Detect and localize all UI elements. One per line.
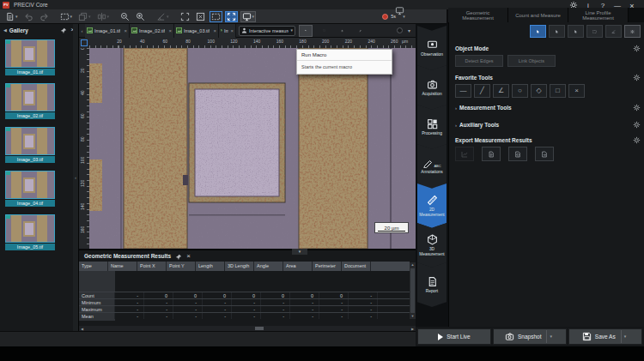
results-vertical-scrollbar[interactable]: ▲ ▼	[410, 262, 416, 319]
zoom-out-button[interactable]	[118, 11, 131, 22]
chevron-right-icon[interactable]: ›	[455, 123, 457, 128]
panel-tab[interactable]: Geometric Measurement	[448, 8, 508, 22]
measurement-mode-combo[interactable]: Interactive measure... ▾	[239, 26, 295, 36]
redo-button[interactable]	[38, 11, 51, 22]
column-header[interactable]: Point Y	[167, 262, 196, 271]
run-macro-button[interactable]	[336, 25, 349, 36]
refresh-export-button[interactable]	[508, 147, 527, 161]
nav-3d-measurement[interactable]: 3D Measurement	[417, 223, 447, 268]
record-indicator-icon[interactable]	[397, 27, 403, 33]
column-header[interactable]: Name	[108, 262, 137, 271]
gear-icon[interactable]	[633, 74, 641, 81]
move-objects-button[interactable]: ▾	[76, 11, 93, 22]
select-region-icon[interactable]	[586, 25, 603, 38]
chevron-down-icon[interactable]: ▾	[70, 15, 73, 19]
close-tab-icon[interactable]: ×	[124, 28, 127, 33]
nav-report[interactable]: Report	[417, 262, 447, 307]
favorite-tool-button[interactable]: ○	[512, 84, 528, 98]
scrollbar-thumb[interactable]	[255, 327, 264, 330]
results-collapse-button[interactable]: ▾	[292, 249, 307, 255]
gallery-thumbnail[interactable]: Image_03.tif	[5, 127, 74, 163]
select-add-icon[interactable]	[549, 25, 565, 38]
image-viewport[interactable]: 20 µm	[89, 48, 416, 249]
export-file-button[interactable]	[482, 147, 501, 161]
select-edit-icon[interactable]	[568, 25, 584, 38]
chevron-down-icon[interactable]: ▾	[107, 15, 110, 19]
fit-to-screen-button[interactable]	[194, 11, 207, 22]
chevron-right-icon[interactable]: ›	[455, 105, 457, 111]
edit-points-icon[interactable]	[605, 25, 622, 38]
link-objects-button[interactable]: Link Objects	[507, 55, 556, 67]
favorite-tool-button[interactable]: ╱	[474, 84, 490, 98]
gallery-thumbnail[interactable]: Image_01.tif	[5, 39, 74, 75]
gallery-thumbnail[interactable]: Image_04.tif	[5, 171, 74, 207]
gallery-splitter[interactable]: ‹	[73, 24, 78, 331]
chevron-down-icon[interactable]: ▾	[167, 15, 169, 19]
close-tab-icon[interactable]: ×	[213, 28, 216, 33]
select-arrow-icon[interactable]	[530, 25, 546, 38]
zoom-in-button[interactable]	[134, 11, 147, 22]
column-header[interactable]: Angle	[254, 262, 283, 271]
select-region-button[interactable]: ▾	[58, 11, 75, 22]
column-header[interactable]: Perimeter	[313, 262, 342, 271]
measure-line-button[interactable]: ▾	[155, 11, 171, 22]
save-as-dropdown[interactable]: ▾	[621, 330, 629, 343]
document-tab[interactable]: Image... ×	[219, 24, 236, 38]
nav-processing[interactable]: Processing	[417, 105, 447, 149]
column-header[interactable]: Point X	[137, 262, 167, 271]
close-tab-icon[interactable]: ×	[230, 28, 234, 33]
detect-edges-button[interactable]: Detect Edges	[455, 55, 503, 67]
favorite-tool-button[interactable]: □	[550, 84, 566, 98]
report-button[interactable]: ▾	[3, 11, 20, 22]
gear-icon[interactable]	[633, 136, 641, 144]
document-tab[interactable]: Image_02.tif ×	[130, 24, 174, 38]
interactive-pointer-button[interactable]	[299, 25, 313, 37]
favorite-tool-button[interactable]: ◇	[531, 84, 547, 98]
favorite-tool-button[interactable]: ∠	[493, 84, 509, 98]
digital-zoom-button[interactable]	[210, 11, 222, 22]
actual-size-button[interactable]	[179, 11, 191, 22]
notification-monitor-icon[interactable]	[395, 3, 404, 19]
chevron-down-icon[interactable]: ▾	[252, 15, 255, 19]
column-header[interactable]: Document	[342, 262, 371, 271]
rotate-flip-button[interactable]: ▾	[95, 11, 112, 22]
gallery-thumbnail[interactable]: Image_05.tif	[5, 214, 74, 250]
chevron-down-icon[interactable]: ▾	[15, 15, 18, 19]
snapshot-button[interactable]: Snapshot ▾	[493, 328, 567, 345]
panel-tab[interactable]: Line Profile Measurement	[568, 8, 629, 22]
gallery-collapse-icon[interactable]: ◀	[3, 27, 7, 33]
column-header[interactable]: Length	[196, 262, 225, 271]
column-header[interactable]: Area	[283, 262, 313, 271]
scale-settings-icon[interactable]	[81, 39, 88, 46]
undo-button[interactable]	[22, 11, 35, 22]
snapshot-dropdown[interactable]: ▾	[546, 330, 555, 343]
view-options-dropdown[interactable]: ▾	[405, 24, 413, 38]
pin-icon[interactable]	[60, 22, 67, 38]
auxiliary-tools-header[interactable]: › Auxiliary Tools	[455, 121, 641, 129]
gear-icon[interactable]	[633, 121, 641, 129]
tab-scroll-left-button[interactable]: ‹	[79, 24, 85, 38]
start-live-button[interactable]: Start Live	[417, 328, 491, 345]
favorite-tool-button[interactable]: ×	[568, 84, 585, 98]
document-tab[interactable]: Image_03.tif ×	[174, 24, 219, 38]
close-tab-icon[interactable]: ×	[168, 28, 172, 33]
column-header[interactable]: 3D Length	[225, 262, 254, 271]
gallery-thumbnail[interactable]: Image_02.tif	[5, 83, 74, 119]
save-as-button[interactable]: Save As ▾	[568, 328, 642, 345]
display-layout-button[interactable]: ▾	[240, 11, 257, 22]
close-results-icon[interactable]: ×	[186, 253, 191, 260]
export-chart-button[interactable]	[455, 147, 474, 161]
document-tab[interactable]: Image_01.tif ×	[85, 24, 130, 38]
measurement-tools-header[interactable]: › Measurement Tools	[455, 104, 641, 111]
gear-icon[interactable]	[633, 104, 641, 111]
nav-2d-measurement[interactable]: 2D Measurement	[417, 184, 447, 228]
favorite-tool-button[interactable]: —	[455, 84, 471, 98]
chevron-down-icon[interactable]: ▾	[88, 15, 91, 19]
column-header[interactable]: Type	[79, 262, 108, 271]
nav-acquisition[interactable]: Acquisition	[417, 65, 447, 110]
gear-icon[interactable]	[633, 45, 641, 52]
fullscreen-button[interactable]	[225, 11, 238, 22]
pointer-settings-icon[interactable]	[624, 25, 641, 38]
nav-annotations[interactable]: ABC Annotations	[417, 144, 447, 189]
panel-tab[interactable]: Count and Measure	[508, 8, 568, 22]
